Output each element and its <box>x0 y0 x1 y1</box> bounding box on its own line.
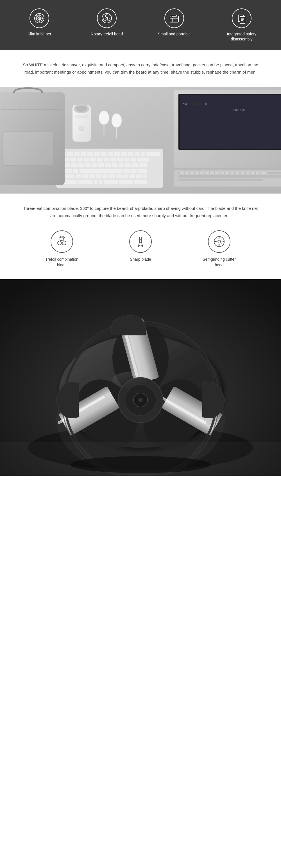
svg-rect-64 <box>128 152 133 156</box>
small-portable-icon <box>164 8 184 28</box>
svg-rect-96 <box>131 169 136 173</box>
feature-label-slim-knife-net: Slim knife net <box>28 31 51 36</box>
svg-rect-34 <box>195 172 199 174</box>
svg-rect-102 <box>96 175 101 178</box>
svg-rect-29 <box>179 175 281 178</box>
svg-rect-113 <box>99 180 102 184</box>
svg-rect-83 <box>85 163 91 167</box>
svg-rect-119 <box>3 132 53 165</box>
svg-rect-81 <box>71 163 77 167</box>
svg-rect-32 <box>185 172 189 174</box>
svg-rect-114 <box>104 180 118 184</box>
svg-point-129 <box>112 114 122 127</box>
svg-rect-73 <box>97 158 102 161</box>
svg-rect-95 <box>124 169 130 173</box>
svg-point-124 <box>76 105 87 112</box>
svg-rect-135 <box>139 237 142 243</box>
svg-rect-59 <box>94 152 100 156</box>
svg-point-138 <box>218 240 221 243</box>
svg-rect-61 <box>107 152 113 156</box>
svg-rect-40 <box>225 172 229 174</box>
blade-description-text: Three-leaf combination blade, 360° to ca… <box>23 205 258 219</box>
svg-rect-37 <box>210 172 214 174</box>
svg-rect-30 <box>179 179 263 181</box>
trefoil-combination-blade-icon <box>51 230 73 253</box>
svg-rect-101 <box>89 175 95 178</box>
svg-rect-104 <box>109 175 115 178</box>
svg-rect-77 <box>124 158 129 161</box>
svg-rect-106 <box>123 175 128 178</box>
svg-rect-63 <box>121 152 127 156</box>
svg-rect-41 <box>230 172 235 174</box>
svg-rect-75 <box>111 158 116 161</box>
svg-rect-166 <box>0 442 281 476</box>
svg-rect-60 <box>101 152 106 156</box>
svg-rect-56 <box>74 152 80 156</box>
svg-rect-90 <box>132 163 138 167</box>
blade-visualization <box>0 279 281 476</box>
feature-label-rotary-trefoil: Rotary trefoil head <box>91 31 123 36</box>
svg-point-161 <box>138 398 143 402</box>
svg-rect-45 <box>251 172 255 174</box>
svg-rect-94 <box>80 169 123 173</box>
svg-rect-89 <box>125 163 131 167</box>
svg-rect-69 <box>70 158 75 161</box>
svg-rect-71 <box>84 158 89 161</box>
sharp-blade-icon <box>129 230 152 253</box>
svg-rect-49 <box>192 102 196 105</box>
svg-rect-36 <box>205 172 209 174</box>
svg-rect-66 <box>142 152 145 156</box>
svg-rect-87 <box>112 163 118 167</box>
svg-rect-111 <box>79 180 92 184</box>
svg-text:caps lock: caps lock <box>233 109 246 111</box>
svg-rect-46 <box>256 172 260 174</box>
svg-rect-78 <box>131 158 136 161</box>
feature-item-integrated-safety: Integrated safety disassembly <box>225 8 258 41</box>
svg-text:Q: Q <box>205 103 207 105</box>
svg-point-7 <box>102 13 112 23</box>
blade-label-self-grinding: Self-grinding cutter head <box>198 257 240 268</box>
svg-rect-70 <box>77 158 82 161</box>
svg-rect-39 <box>220 172 224 174</box>
svg-rect-97 <box>138 169 147 173</box>
svg-rect-107 <box>129 175 135 178</box>
svg-rect-103 <box>102 175 108 178</box>
svg-rect-35 <box>200 172 204 174</box>
feature-item-rotary-trefoil: Rotary trefoil head <box>90 8 124 36</box>
svg-rect-42 <box>236 172 240 174</box>
integrated-safety-icon <box>232 8 251 28</box>
svg-rect-109 <box>143 175 147 178</box>
svg-point-134 <box>61 241 63 243</box>
blade-item-self-grinding: Self-grinding cutter head <box>198 230 240 268</box>
svg-rect-43 <box>241 172 245 174</box>
feature-item-small-portable: Small and portable <box>157 8 191 36</box>
svg-rect-55 <box>67 152 73 156</box>
svg-rect-38 <box>215 172 219 174</box>
svg-rect-50 <box>197 102 201 105</box>
svg-rect-47 <box>261 172 267 174</box>
product-photo: esc Q caps lock <box>0 87 281 193</box>
svg-rect-62 <box>114 152 120 156</box>
svg-rect-99 <box>75 175 81 178</box>
product-photo-section: esc Q caps lock <box>0 87 281 193</box>
svg-rect-100 <box>82 175 88 178</box>
svg-rect-82 <box>78 163 84 167</box>
svg-rect-108 <box>136 175 142 178</box>
svg-text:esc: esc <box>183 102 188 105</box>
self-grinding-cutter-head-icon <box>208 230 230 253</box>
svg-point-164 <box>113 372 146 389</box>
svg-rect-85 <box>98 163 104 167</box>
svg-rect-67 <box>147 152 160 156</box>
svg-rect-112 <box>94 180 97 184</box>
svg-point-139 <box>216 239 222 244</box>
feature-label-integrated-safety: Integrated safety disassembly <box>225 31 258 41</box>
svg-rect-116 <box>134 180 147 184</box>
svg-rect-74 <box>104 158 109 161</box>
svg-point-125 <box>79 126 84 131</box>
svg-rect-72 <box>90 158 96 161</box>
svg-rect-79 <box>137 158 149 161</box>
feature-label-small-portable: Small and portable <box>158 31 191 36</box>
svg-point-11 <box>106 18 107 19</box>
svg-rect-58 <box>87 152 93 156</box>
blade-item-trefoil: Trefoil combination blade <box>41 230 83 268</box>
